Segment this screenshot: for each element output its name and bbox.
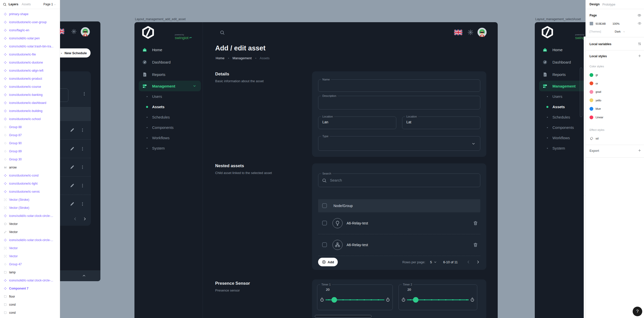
layer-item[interactable]: icons/duotone/ic-servic	[0, 188, 60, 196]
layer-item[interactable]: arrow	[0, 163, 60, 171]
layer-item[interactable]: primary-shape	[0, 10, 60, 18]
prev-page-icon[interactable]	[73, 217, 77, 221]
theme-chevron-icon[interactable]	[623, 31, 625, 33]
frame-label[interactable]: Layout_management_selectAsset	[535, 17, 581, 21]
description-field[interactable]: Description	[318, 96, 480, 109]
schedule-search-field[interactable]	[60, 89, 68, 102]
new-schedule-button[interactable]: - New Schedule	[60, 48, 91, 57]
edit-pencil-icon[interactable]	[70, 183, 75, 188]
layer-item[interactable]: lamp	[0, 268, 60, 276]
search-icon[interactable]	[220, 30, 225, 35]
delete-trash-icon[interactable]	[473, 242, 478, 247]
type-select[interactable]: Type	[318, 136, 480, 151]
sidebar-subitem-assets[interactable]: Assets	[134, 102, 203, 112]
horizontal-scrollbar[interactable]	[315, 315, 372, 318]
layer-item[interactable]: Group 88	[0, 123, 60, 131]
slider-thumb[interactable]	[331, 297, 337, 303]
table-row[interactable]	[60, 121, 91, 139]
sidebar-subitem-system[interactable]: System	[535, 143, 586, 153]
color-style-yello[interactable]: yello	[590, 98, 601, 102]
nested-search-field[interactable]: Search Search	[318, 174, 480, 187]
breadcrumb-management[interactable]: Management	[233, 56, 252, 60]
next-page-icon[interactable]	[476, 260, 480, 264]
row-checkbox[interactable]	[322, 221, 327, 225]
sidebar-subitem-users[interactable]: Users	[535, 91, 586, 102]
sidebar-subitem-workflows[interactable]: Workflows	[134, 133, 203, 143]
frame-label[interactable]: Layout_management_add_edit_asset	[135, 17, 186, 21]
add-style-icon[interactable]	[638, 54, 641, 58]
table-row[interactable]	[60, 195, 91, 213]
more-menu-icon[interactable]	[82, 92, 87, 96]
chevron-down-icon[interactable]	[53, 3, 56, 6]
page-color-swatch[interactable]	[590, 22, 593, 25]
sidebar-item-management[interactable]: Management	[139, 81, 201, 91]
page-opacity[interactable]: 100%	[612, 22, 620, 25]
color-style-grad[interactable]: grad	[590, 90, 601, 94]
layer-item[interactable]: icons/duotone/ic-light	[0, 180, 60, 188]
prev-page-icon[interactable]	[466, 260, 470, 264]
row-menu-icon[interactable]	[80, 183, 85, 188]
breadcrumb-home[interactable]: Home	[216, 56, 225, 60]
page-selector[interactable]: Page 1	[43, 3, 53, 6]
table-row[interactable]	[60, 176, 91, 195]
rows-per-page-chevron-icon[interactable]	[434, 261, 437, 264]
asset-row[interactable]: A6-Relay-test	[318, 234, 480, 256]
layer-item[interactable]: icons/duotone/ic-dashboard	[0, 99, 60, 107]
location-lan-field[interactable]: Location Lan	[318, 117, 396, 129]
layer-item[interactable]: icons/solid/ic-solar:clock-circle-...	[0, 212, 60, 220]
layer-item[interactable]: cond	[0, 301, 60, 309]
table-row[interactable]	[60, 139, 91, 158]
sidebar-item-home[interactable]: Home	[134, 44, 203, 56]
sidebar-subitem-users[interactable]: Users	[134, 91, 203, 102]
layer-item[interactable]: icons/duotone/ic-align-left	[0, 67, 60, 75]
rows-per-page-value[interactable]: 5	[430, 260, 432, 264]
layer-item[interactable]: Group 89	[0, 147, 60, 155]
layer-item[interactable]: Vector	[0, 252, 60, 260]
layer-item[interactable]: icons/duotone/ic-user-group	[0, 18, 60, 26]
layer-item[interactable]: icons/solid/ic-solar:trash-bin-tra...	[0, 42, 60, 50]
row-menu-icon[interactable]	[80, 147, 85, 151]
sidebar-item-reports[interactable]: Reports	[134, 68, 203, 81]
page-color-hex[interactable]: 919EAB	[596, 22, 606, 25]
layer-item[interactable]: icons/flag/ic-en	[0, 26, 60, 34]
sidebar-item-dashboard[interactable]: Dashboard	[134, 56, 203, 68]
layer-item[interactable]: Vector	[0, 244, 60, 252]
add-button[interactable]: Add	[318, 258, 338, 266]
effect-style-sd[interactable]: sd	[590, 136, 599, 140]
frame-scrollbar[interactable]	[580, 68, 582, 117]
slider-thumb[interactable]	[413, 297, 418, 303]
layer-item[interactable]: icons/duotone/ic-product	[0, 75, 60, 83]
sidebar-subitem-schedules[interactable]: Schedules	[535, 112, 586, 122]
location-lat-field[interactable]: Location Lat	[402, 117, 480, 129]
collapse-bar[interactable]	[60, 270, 100, 281]
add-export-icon[interactable]	[638, 149, 641, 152]
gear-icon[interactable]	[71, 28, 77, 35]
color-style-gr[interactable]: gr	[590, 73, 598, 77]
edit-pencil-icon[interactable]	[70, 128, 75, 133]
help-button[interactable]: ?	[633, 307, 642, 316]
layer-item[interactable]: icons/duotone/ic-cond	[0, 171, 60, 180]
sidebar-subitem-components[interactable]: Components	[535, 122, 586, 133]
layer-item[interactable]: icons/solid/ic-solar:clock-circle-...	[0, 236, 60, 244]
layer-item[interactable]: Group 47	[0, 260, 60, 268]
edit-pencil-icon[interactable]	[70, 201, 75, 207]
layer-item[interactable]: Group 90	[0, 139, 60, 147]
sidebar-subitem-assets[interactable]: Assets	[535, 102, 586, 112]
theme-value[interactable]: Dark	[615, 30, 621, 33]
row-menu-icon[interactable]	[80, 165, 85, 169]
name-field[interactable]: Name	[318, 79, 480, 92]
sidebar-item-reports[interactable]: Reports	[535, 68, 586, 81]
avatar[interactable]	[478, 28, 487, 37]
sidebar-item-dashboard[interactable]: Dashboard	[535, 56, 586, 68]
layer-item[interactable]: icons/duotone/ic-school	[0, 115, 60, 123]
tab-design[interactable]: Design	[590, 3, 600, 6]
sidebar-item-management[interactable]: Management	[539, 81, 586, 91]
layer-item[interactable]: floor	[0, 293, 60, 301]
layer-item[interactable]: cond	[0, 309, 60, 317]
avatar[interactable]	[81, 27, 90, 36]
row-checkbox[interactable]	[322, 242, 327, 247]
layer-item[interactable]: icons/duotone/ic-duotone	[0, 59, 60, 67]
layer-item[interactable]: icons/solid/ic-solar:pen	[0, 34, 60, 42]
edit-pencil-icon[interactable]	[70, 146, 75, 151]
language-flag-icon[interactable]	[454, 28, 462, 37]
